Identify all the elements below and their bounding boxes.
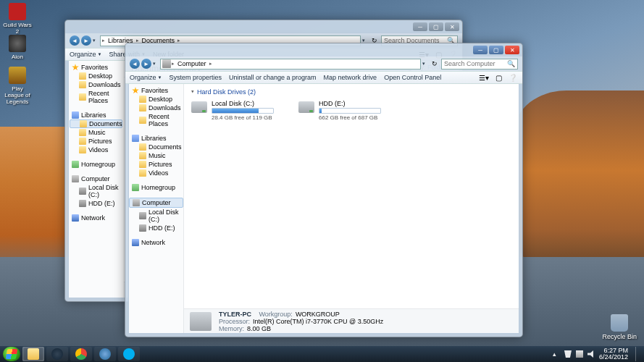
drive-icon: [139, 224, 146, 232]
label: Network: [141, 239, 165, 246]
minimize-button[interactable]: ─: [413, 22, 427, 31]
preview-pane-button[interactable]: ▢: [493, 72, 503, 83]
window-computer[interactable]: ─ ▢ ✕ ◄ ► ▾ ▸ Computer ▸ ▾ ↻ 🔍 Organize▼…: [125, 43, 523, 337]
drive-icon: [139, 212, 146, 219]
forward-button[interactable]: ►: [81, 35, 91, 46]
sidebar-favorites[interactable]: Favorites: [69, 63, 123, 72]
breadcrumb[interactable]: ▸ Computer ▸: [160, 59, 421, 70]
sidebar-libraries[interactable]: Libraries: [69, 111, 123, 119]
taskbar-chrome[interactable]: [70, 347, 92, 361]
recycle-bin-label: Recycle Bin: [602, 333, 637, 340]
sidebar-drive-c[interactable]: Local Disk (C:): [129, 208, 183, 224]
view-options-button[interactable]: ☰▾: [479, 72, 489, 83]
volume-icon[interactable]: [587, 350, 595, 358]
titlebar[interactable]: ─ ▢ ✕: [125, 43, 522, 56]
minimize-button[interactable]: ─: [473, 46, 488, 54]
taskbar-itunes[interactable]: [94, 347, 116, 361]
sidebar-drive-e[interactable]: HDD (E:): [69, 199, 123, 208]
icon-label: Aion: [3, 54, 32, 60]
section-header[interactable]: Hard Disk Drives (2): [191, 88, 511, 96]
show-desktop-button[interactable]: [635, 347, 641, 361]
refresh-button[interactable]: ↻: [430, 59, 440, 69]
sidebar-homegroup[interactable]: Homegroup: [129, 183, 183, 192]
show-hidden-icons[interactable]: ▴: [553, 350, 560, 358]
label: Videos: [88, 146, 108, 153]
sidebar-pictures[interactable]: Pictures: [129, 160, 183, 169]
sidebar-network[interactable]: Network: [129, 238, 183, 247]
sidebar-downloads[interactable]: Downloads: [129, 104, 183, 112]
chrome-icon: [75, 348, 87, 360]
taskbar-skype[interactable]: [118, 347, 140, 361]
sidebar-documents[interactable]: Documents: [70, 119, 122, 128]
sidebar-pictures[interactable]: Pictures: [69, 137, 123, 146]
sidebar-homegroup[interactable]: Homegroup: [69, 160, 123, 169]
start-button[interactable]: [3, 347, 20, 361]
sidebar-recent[interactable]: Recent Places: [69, 89, 123, 105]
star-icon: [132, 87, 139, 94]
maximize-button[interactable]: ▢: [489, 46, 503, 54]
help-button[interactable]: ❔: [508, 72, 518, 83]
sidebar-drive-c[interactable]: Local Disk (C:): [69, 183, 123, 199]
search-input[interactable]: [444, 60, 507, 67]
sidebar-downloads[interactable]: Downloads: [69, 80, 123, 89]
sidebar-libraries[interactable]: Libraries: [129, 134, 183, 143]
back-button[interactable]: ◄: [130, 59, 140, 69]
sidebar-favorites[interactable]: Favorites: [129, 86, 183, 95]
titlebar[interactable]: ─ ▢ ✕: [65, 20, 462, 33]
nav-pane[interactable]: Favorites Desktop Downloads Recent Place…: [129, 84, 184, 333]
recycle-bin[interactable]: Recycle Bin: [602, 314, 637, 340]
nav-row: ◄ ► ▾ ▸ Computer ▸ ▾ ↻ 🔍: [125, 56, 522, 71]
drive-e[interactable]: HDD (E:) 662 GB free of 687 GB: [298, 100, 384, 121]
taskbar-steam[interactable]: [46, 347, 68, 361]
desktop-icon-guildwars2[interactable]: Guild Wars 2: [3, 3, 32, 35]
sidebar-network[interactable]: Network: [69, 214, 123, 222]
close-button[interactable]: ✕: [445, 22, 459, 31]
breadcrumb-dropdown[interactable]: ▾: [422, 61, 428, 67]
search-box[interactable]: 🔍: [441, 59, 518, 70]
action-center-icon[interactable]: [564, 350, 572, 358]
system-properties-button[interactable]: System properties: [169, 74, 222, 81]
organize-menu[interactable]: Organize▼: [70, 51, 101, 58]
sidebar-drive-e[interactable]: HDD (E:): [129, 224, 183, 232]
taskbar[interactable]: ▴ 6:27 PM 6/24/2012: [0, 346, 644, 362]
drive-free-label: 28.4 GB free of 119 GB: [212, 114, 277, 121]
close-button[interactable]: ✕: [505, 46, 519, 54]
drive-usage-bar: [212, 108, 274, 114]
uninstall-programs-button[interactable]: Uninstall or change a program: [229, 74, 317, 81]
desktop-icon-lol[interactable]: Play League of Legends: [3, 67, 32, 105]
nav-pane[interactable]: Favorites Desktop Downloads Recent Place…: [69, 61, 124, 298]
network-icon[interactable]: [576, 350, 583, 358]
label: Music: [88, 129, 106, 136]
crumb-computer[interactable]: Computer: [175, 60, 209, 67]
forward-button[interactable]: ►: [141, 59, 151, 69]
nav-history-dropdown[interactable]: ▾: [153, 61, 159, 67]
workgroup-key: Workgroup:: [259, 311, 293, 318]
taskbar-explorer[interactable]: [22, 347, 44, 361]
label: Downloads: [149, 104, 181, 111]
sidebar-music[interactable]: Music: [129, 151, 183, 160]
app-icon: [9, 67, 26, 84]
folder-icon: [139, 104, 146, 111]
sidebar-documents[interactable]: Documents: [129, 143, 183, 151]
open-control-panel-button[interactable]: Open Control Panel: [384, 74, 441, 81]
sidebar-recent[interactable]: Recent Places: [129, 112, 183, 128]
sidebar-computer[interactable]: Computer: [69, 174, 123, 183]
back-button[interactable]: ◄: [70, 35, 80, 46]
organize-menu[interactable]: Organize▼: [130, 74, 162, 81]
sidebar-videos[interactable]: Videos: [129, 169, 183, 177]
desktop-icon-aion[interactable]: Aion: [3, 35, 32, 60]
system-tray[interactable]: ▴ 6:27 PM 6/24/2012: [553, 347, 641, 361]
sidebar-desktop[interactable]: Desktop: [69, 72, 123, 80]
sidebar-music[interactable]: Music: [69, 128, 123, 137]
sidebar-desktop[interactable]: Desktop: [129, 95, 183, 104]
sidebar-videos[interactable]: Videos: [69, 146, 123, 154]
nav-history-dropdown[interactable]: ▾: [93, 38, 99, 43]
label: Favorites: [141, 87, 168, 94]
taskbar-clock[interactable]: 6:27 PM 6/24/2012: [599, 348, 631, 361]
memory-key: Memory:: [219, 325, 244, 332]
drive-c[interactable]: Local Disk (C:) 28.4 GB free of 119 GB: [191, 100, 277, 121]
map-network-drive-button[interactable]: Map network drive: [324, 74, 377, 81]
content-area[interactable]: Hard Disk Drives (2) Local Disk (C:) 28.…: [184, 84, 519, 308]
maximize-button[interactable]: ▢: [429, 22, 443, 31]
sidebar-computer[interactable]: Computer: [129, 198, 183, 208]
